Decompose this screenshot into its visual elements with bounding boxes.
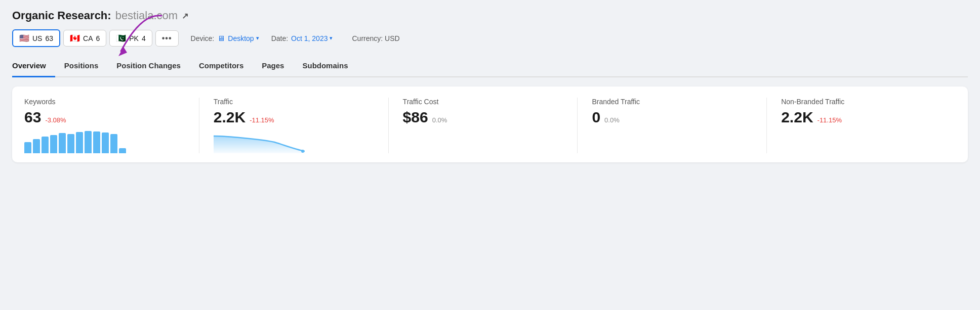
branded-traffic-change: 0.0% bbox=[604, 116, 620, 124]
branded-traffic-label: Branded Traffic bbox=[592, 98, 752, 106]
non-branded-traffic-value-row: 2.2K -11.15% bbox=[781, 109, 942, 126]
device-label: Device: bbox=[191, 34, 215, 42]
traffic-value-row: 2.2K -11.15% bbox=[214, 109, 374, 126]
bar-1 bbox=[24, 142, 31, 153]
tab-position-changes[interactable]: Position Changes bbox=[107, 56, 190, 77]
bar-4 bbox=[50, 135, 57, 153]
keywords-value: 63 bbox=[24, 109, 41, 126]
tab-pages[interactable]: Pages bbox=[253, 56, 293, 77]
metrics-cards-section: Keywords 63 -3.08% Traffic bbox=[12, 86, 968, 162]
tab-overview[interactable]: Overview bbox=[12, 56, 55, 77]
page-domain: bestiala.com bbox=[115, 9, 178, 22]
ca-flag: 🇨🇦 bbox=[70, 33, 80, 43]
currency-display: Currency: USD bbox=[345, 34, 399, 42]
bar-7 bbox=[76, 132, 83, 153]
tab-competitors[interactable]: Competitors bbox=[190, 56, 253, 77]
ca-label: CA bbox=[83, 34, 93, 42]
bar-6 bbox=[67, 134, 74, 153]
date-value-button[interactable]: Oct 1, 2023 ▾ bbox=[291, 34, 333, 42]
traffic-line-chart bbox=[214, 131, 305, 153]
metric-card-branded-traffic: Branded Traffic 0 0.0% bbox=[592, 98, 767, 153]
svg-marker-0 bbox=[118, 47, 127, 56]
tab-positions[interactable]: Positions bbox=[55, 56, 108, 77]
traffic-value: 2.2K bbox=[214, 109, 246, 126]
page-title-text: Organic Research: bbox=[12, 9, 111, 22]
bar-12 bbox=[119, 148, 126, 153]
bar-9 bbox=[93, 131, 100, 153]
metric-card-traffic: Traffic 2.2K -11.15% bbox=[214, 98, 389, 153]
metric-card-traffic-cost: Traffic Cost $86 0.0% bbox=[403, 98, 578, 153]
date-value-text: Oct 1, 2023 bbox=[291, 34, 328, 42]
keywords-value-row: 63 -3.08% bbox=[24, 109, 185, 126]
date-filter: Date: Oct 1, 2023 ▾ bbox=[271, 34, 333, 42]
bar-10 bbox=[102, 132, 109, 153]
bar-5 bbox=[59, 133, 66, 153]
traffic-change: -11.15% bbox=[250, 116, 274, 124]
tabs-section: Overview Positions Position Changes Comp… bbox=[12, 56, 968, 77]
country-tab-pk[interactable]: 🇵🇰 PK 4 bbox=[109, 30, 152, 47]
keywords-label: Keywords bbox=[24, 98, 185, 106]
non-branded-traffic-label: Non-Branded Traffic bbox=[781, 98, 942, 106]
date-chevron-icon: ▾ bbox=[330, 35, 333, 41]
ca-count: 6 bbox=[96, 34, 100, 42]
currency-label: Currency: USD bbox=[352, 34, 399, 42]
keywords-change: -3.08% bbox=[45, 116, 66, 124]
bar-8 bbox=[85, 131, 92, 153]
country-tab-us[interactable]: 🇺🇸 US 63 bbox=[12, 29, 60, 47]
external-link-icon[interactable]: ↗ bbox=[182, 11, 188, 21]
device-value-text: Desktop bbox=[228, 34, 254, 42]
non-branded-traffic-value: 2.2K bbox=[781, 109, 813, 126]
tab-subdomains[interactable]: Subdomains bbox=[293, 56, 357, 77]
traffic-cost-value-row: $86 0.0% bbox=[403, 109, 563, 126]
page-container: Organic Research: bestiala.com ↗ 🇺🇸 US 6… bbox=[0, 0, 980, 310]
bar-11 bbox=[110, 134, 117, 153]
bar-2 bbox=[33, 139, 40, 153]
more-countries-button[interactable]: ••• bbox=[155, 30, 179, 47]
pk-flag: 🇵🇰 bbox=[116, 33, 126, 43]
non-branded-traffic-change: -11.15% bbox=[818, 116, 842, 124]
us-count: 63 bbox=[45, 34, 53, 42]
traffic-cost-value: $86 bbox=[403, 109, 428, 126]
us-label: US bbox=[32, 34, 42, 42]
keywords-bar-chart bbox=[24, 131, 185, 153]
metric-card-keywords: Keywords 63 -3.08% bbox=[24, 98, 199, 153]
device-chevron-icon: ▾ bbox=[256, 35, 259, 41]
bar-3 bbox=[42, 137, 49, 153]
branded-traffic-value: 0 bbox=[592, 109, 600, 126]
device-filter: Device: 🖥 Desktop ▾ bbox=[191, 34, 259, 42]
metric-card-non-branded-traffic: Non-Branded Traffic 2.2K -11.15% bbox=[781, 98, 956, 153]
tabs-bar: Overview Positions Position Changes Comp… bbox=[12, 56, 968, 77]
filters-bar: 🇺🇸 US 63 🇨🇦 CA 6 🇵🇰 PK 4 ••• Device: 🖥 D… bbox=[12, 29, 968, 47]
pk-count: 4 bbox=[142, 34, 146, 42]
pk-label: PK bbox=[129, 34, 139, 42]
traffic-cost-change: 0.0% bbox=[432, 116, 447, 124]
branded-traffic-value-row: 0 0.0% bbox=[592, 109, 752, 126]
date-label: Date: bbox=[271, 34, 288, 42]
device-value-button[interactable]: Desktop ▾ bbox=[228, 34, 259, 42]
page-title-bar: Organic Research: bestiala.com ↗ bbox=[12, 9, 968, 22]
us-flag: 🇺🇸 bbox=[19, 33, 29, 43]
desktop-icon: 🖥 bbox=[217, 34, 225, 42]
country-tab-ca[interactable]: 🇨🇦 CA 6 bbox=[63, 30, 106, 47]
traffic-cost-label: Traffic Cost bbox=[403, 98, 563, 106]
traffic-label: Traffic bbox=[214, 98, 374, 106]
svg-point-1 bbox=[301, 150, 304, 153]
